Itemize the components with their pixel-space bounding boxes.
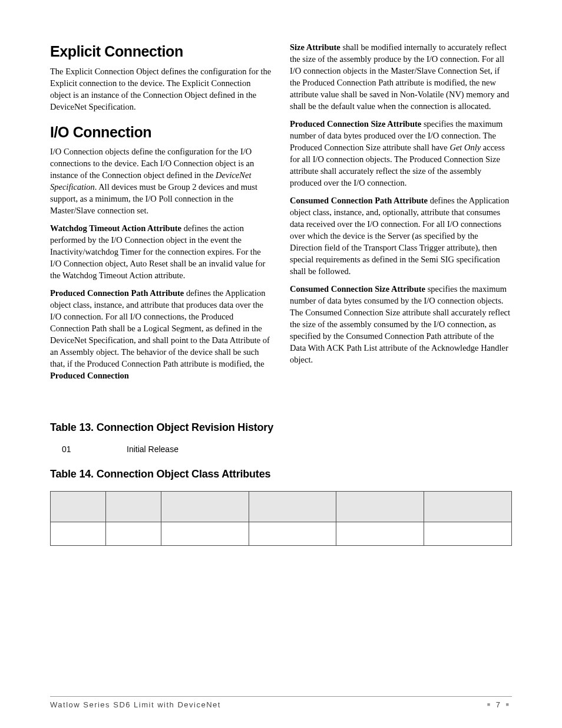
paragraph-consumed-path: Consumed Connection Path Attribute defin… bbox=[290, 195, 512, 277]
square-icon: ■ bbox=[487, 701, 491, 707]
square-icon: ■ bbox=[506, 701, 510, 707]
text-bold-produced-size: Produced Connection Size Attribute bbox=[290, 119, 421, 129]
paragraph-explicit-intro: The Explicit Connection Object defines t… bbox=[50, 65, 272, 113]
table-cell bbox=[249, 522, 336, 546]
revision-number: 01 bbox=[62, 444, 127, 454]
text-bold-consumed-path: Consumed Connection Path Attribute bbox=[290, 196, 428, 205]
paragraph-io-intro: I/O Connection objects define the config… bbox=[50, 146, 272, 216]
page-footer: Watlow Series SD6 Limit with DeviceNet ■… bbox=[50, 696, 512, 709]
text-segment: defines the Application object class, in… bbox=[290, 196, 509, 276]
table-14-heading: Table 14. Connection Object Class Attrib… bbox=[50, 468, 512, 480]
text-bold-size: Size Attribute bbox=[290, 42, 340, 52]
revision-row: 01 Initial Release bbox=[62, 444, 512, 454]
paragraph-produced-size: Produced Connection Size Attribute speci… bbox=[290, 118, 512, 189]
text-bold-consumed-size: Consumed Connection Size Attribute bbox=[290, 284, 425, 294]
text-segment: specifies the maximum number of data byt… bbox=[290, 284, 510, 364]
footer-title: Watlow Series SD6 Limit with DeviceNet bbox=[50, 700, 221, 709]
table-cell bbox=[51, 522, 106, 546]
table-cell bbox=[105, 522, 161, 546]
text-bold-produced-path: Produced Connection Path Attribute bbox=[50, 288, 184, 298]
left-column: Explicit Connection The Explicit Connect… bbox=[50, 41, 272, 387]
footer-page: ■ 7 ■ bbox=[485, 700, 512, 709]
table-header-row bbox=[51, 492, 512, 522]
tables-section: Table 13. Connection Object Revision His… bbox=[50, 421, 512, 546]
table-header-cell bbox=[161, 492, 249, 522]
table-cell bbox=[336, 522, 424, 546]
two-column-content: Explicit Connection The Explicit Connect… bbox=[50, 41, 512, 387]
table-header-cell bbox=[105, 492, 161, 522]
table-cell bbox=[161, 522, 249, 546]
table-cell bbox=[424, 522, 512, 546]
table-header-cell bbox=[249, 492, 336, 522]
text-bold-watchdog: Watchdog Timeout Action Attribute bbox=[50, 223, 181, 233]
heading-explicit-connection: Explicit Connection bbox=[50, 41, 272, 62]
paragraph-watchdog: Watchdog Timeout Action Attribute define… bbox=[50, 222, 272, 281]
class-attributes-table bbox=[50, 491, 512, 546]
text-bold-produced-conn: Produced Connection bbox=[50, 371, 129, 380]
table-header-cell bbox=[51, 492, 106, 522]
page-number: 7 bbox=[496, 700, 501, 709]
heading-io-connection: I/O Connection bbox=[50, 122, 272, 143]
revision-text: Initial Release bbox=[127, 444, 178, 454]
paragraph-size-attribute: Size Attribute shall be modified interna… bbox=[290, 41, 512, 112]
table-header-cell bbox=[336, 492, 424, 522]
text-italic-getonly: Get Only bbox=[449, 143, 481, 152]
text-segment: shall be modified internally to accurate… bbox=[290, 42, 509, 111]
paragraph-produced-path: Produced Connection Path Attribute defin… bbox=[50, 287, 272, 381]
table-13-heading: Table 13. Connection Object Revision His… bbox=[50, 421, 512, 434]
paragraph-consumed-size: Consumed Connection Size Attribute speci… bbox=[290, 283, 512, 365]
text-segment: defines the Application object class, in… bbox=[50, 288, 270, 368]
table-row bbox=[51, 522, 512, 546]
right-column: Size Attribute shall be modified interna… bbox=[290, 41, 512, 387]
table-header-cell bbox=[424, 492, 512, 522]
